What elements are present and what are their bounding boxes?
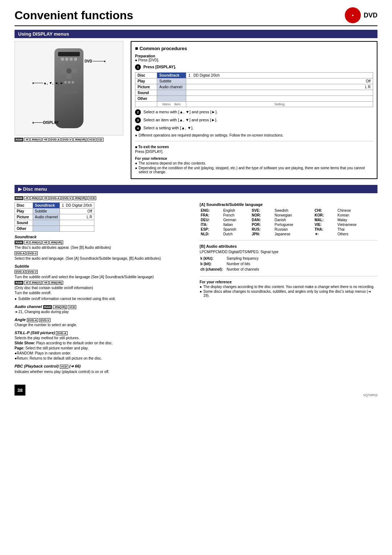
step-4: 4 Select a setting with [▲, ▼]. [135, 125, 373, 131]
format-badges-row: RAM -R -RW(V) +R DVD-A DVD-V -RW(VR) VCD… [15, 138, 123, 142]
disc-ref-title: For your reference [200, 280, 377, 284]
to-exit-text: Press [DISPLAY]. [135, 150, 373, 154]
disc-menu-section: ▶ Disc menu RAM -R -RW(V) +R DVD-A DVD-V… [15, 185, 377, 377]
dvd-label: DVD [364, 12, 377, 19]
step-3: 3 Select an item with [▲, ▼] and press [… [135, 117, 373, 123]
disc-menu-two-col: Disc Soundtrack 1 DD Digital 2/0ch Play … [15, 202, 377, 377]
vqt-code: VQT0P03 [363, 393, 377, 397]
table-row: Picture Audio channel L R [135, 84, 373, 90]
item-audio-channel: Audio channel RAM -RW(VR) VCD ➜ 21, Chan… [15, 304, 192, 315]
disc-ref-note-2: Some discs allow changes to soundtracks,… [200, 289, 377, 297]
disc-menu-right: [A] Soundtrack/Subtitle language ENG:Eng… [200, 202, 377, 377]
table-row: Play Subtitle Off [15, 208, 94, 214]
top-layout: DVD ▲, ▼, ◄, ► DISPLAY RAM -R [15, 41, 377, 179]
title-text: Convenient functions [15, 9, 133, 22]
table-row: Sound [15, 220, 94, 226]
table-row: Other [15, 226, 94, 232]
ref-note-2: Depending on the condition of the unit (… [135, 166, 373, 174]
disc-menu-header: ▶ Disc menu [15, 185, 377, 193]
item-pbc: PBC (Playback control) VCD (➜ 66) Indica… [15, 364, 192, 374]
item-soundtrack: Soundtrack RAM -R -RW(V) +R -RW(VR) The … [15, 235, 192, 261]
soundtrack-language-section: [A] Soundtrack/Subtitle language ENG:Eng… [200, 202, 377, 236]
disc-format-badges: RAM -R -RW(V) +R DVD-A DVD-V -RW(VR) VCD [15, 196, 377, 200]
badge-cd: CD [97, 138, 103, 142]
table-row: Other [135, 96, 373, 102]
to-exit-section: ■ To exit the screen Press [DISPLAY]. [135, 145, 373, 154]
table-row: Play Subtitle Off [135, 78, 373, 84]
badge-dvda: DVD-A [49, 138, 61, 142]
step-note: Different operations are required depend… [135, 133, 373, 137]
dvd-remote-label: DVD [85, 59, 105, 63]
remote-diagram: DVD ▲, ▼, ◄, ► DISPLAY [15, 41, 123, 135]
page-number: 38 [15, 385, 25, 396]
dvd-logo: ● DVD [345, 7, 377, 23]
disc-menu-left: Disc Soundtrack 1 DD Digital 2/0ch Play … [15, 202, 192, 377]
language-title: [A] Soundtrack/Subtitle language [200, 202, 377, 207]
ref-note-1: The screens depend on the disc contents. [135, 161, 373, 165]
language-table: ENG:English SVE:Swedish CHI:Chinese FRA:… [200, 208, 377, 236]
badge-plusr: +R [42, 138, 48, 142]
remote-illustration: DVD ▲, ▼, ◄, ► DISPLAY [33, 45, 105, 132]
table-labels-row: Menu Item Setting [135, 102, 373, 107]
step-2: 2 Select a menu with [▲, ▼] and press [►… [135, 109, 373, 115]
for-reference-section: For your reference The screens depend on… [135, 157, 373, 174]
badge-dvdv: DVD-V [61, 138, 73, 142]
table-row: Sound [135, 90, 373, 96]
audio-attributes-section: [B] Audio attributes LPCM/PPCM/DD Digita… [200, 244, 377, 272]
using-display-header: Using DISPLAY menus [15, 30, 377, 38]
footer: 38 VQT0P03 [15, 385, 377, 397]
ref-title: For your reference [135, 157, 373, 161]
arrows-label: ▲, ▼, ◄, ► [33, 81, 64, 85]
audio-attr-table: k (kHz): Sampling frequency b (bit): Num… [200, 255, 260, 272]
disc-ref-note-1: The display changes according to the dis… [200, 285, 377, 289]
badge-ram: RAM [15, 138, 23, 142]
audio-attr-title: [B] Audio attributes [200, 244, 377, 248]
common-procedures-header: ■ Common procedures [135, 45, 373, 51]
table-row: Disc Soundtrack 1 DD Digital 2/0ch [135, 73, 373, 78]
disc-small-table: Disc Soundtrack 1 DD Digital 2/0ch Play … [15, 202, 94, 232]
dvd-icon: ● [345, 7, 361, 23]
item-subtitle: Subtitle DVD-A DVD-V Turn the subtitle o… [15, 264, 192, 301]
page-title: Convenient functions ● DVD [15, 7, 377, 26]
to-exit-title: ■ To exit the screen [135, 145, 373, 149]
preparation: Preparation ● Press [DVD]. [135, 54, 373, 62]
badge-r: -R [24, 138, 29, 142]
common-procedures-box: ■ Common procedures Preparation ● Press … [131, 41, 377, 179]
badge-rwv: -RW(V) [30, 138, 42, 142]
display-label: DISPLAY [33, 121, 58, 125]
item-still-p: STILL-P (Still picture) DVD-A Selects th… [15, 331, 192, 361]
left-panel: DVD ▲, ▼, ◄, ► DISPLAY RAM -R [15, 41, 123, 179]
table-row: Disc Soundtrack 1 DD Digital 2/0ch [15, 203, 94, 208]
table-row: Picture Audio channel L R [15, 214, 94, 220]
badge-rwvr: -RW(VR) [73, 138, 87, 142]
display-menu-table: Disc Soundtrack 1 DD Digital 2/0ch Play … [135, 72, 373, 107]
step-1: 1 Press [DISPLAY]. [135, 64, 373, 70]
item-angle: Angle DVD-A DVD-V Change the number to s… [15, 317, 192, 328]
disc-for-reference: For your reference The display changes a… [200, 280, 377, 297]
badge-vcd: VCD [88, 138, 96, 142]
right-panel: ■ Common procedures Preparation ● Press … [131, 41, 377, 179]
